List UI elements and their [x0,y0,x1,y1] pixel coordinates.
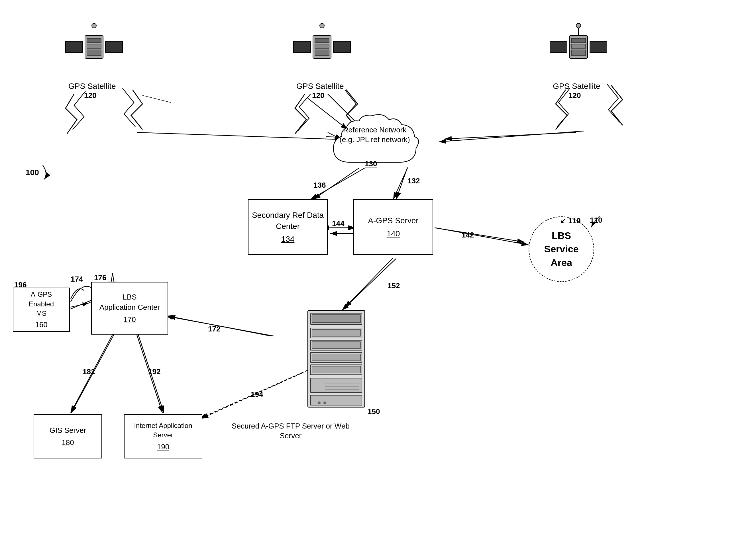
svg-rect-24 [87,38,101,43]
label-182: 182 [83,367,95,376]
label-142: 142 [462,231,474,240]
satellite-center-label: GPS Satellite [296,81,344,91]
svg-point-77 [318,401,321,404]
label-132: 132 [407,177,420,185]
lbs-110: 110 [568,217,580,225]
lbs-app-number: 170 [123,314,136,324]
svg-rect-20 [105,41,123,53]
svg-rect-33 [315,44,329,48]
satellite-left [63,16,125,79]
lbs-110-label: 110 [590,216,602,225]
svg-rect-34 [315,50,329,56]
svg-point-78 [323,401,326,404]
lbs-service-area: LBSServiceArea [529,217,594,282]
ftp-server-label: Secured A-GPS FTP Server or Web Server [222,421,359,441]
svg-rect-19 [66,41,83,53]
ftp-server-rack [302,307,370,411]
satellite-right-number: 120 [568,91,581,100]
svg-rect-27 [294,41,311,53]
diagram-100-label: 100 [26,168,39,177]
ftp-server-number: 150 [368,407,380,416]
svg-point-31 [320,23,324,28]
satellite-left-number: 120 [84,91,96,100]
svg-rect-35 [550,41,567,53]
svg-rect-28 [333,41,351,53]
svg-line-50 [435,228,529,245]
svg-point-39 [576,23,581,28]
label-196: 196 [14,280,27,289]
agps-server-box: A-GPS Server 140 [353,199,433,255]
gis-server-box: GIS Server 180 [34,414,102,458]
satellite-right [547,16,610,79]
label-136: 136 [313,181,326,190]
satellite-center-number: 120 [312,91,324,100]
svg-rect-72 [312,354,360,361]
lbs-service-label: LBSServiceArea [544,229,579,270]
lbs-app-center-box: LBSApplication Center 170 [91,282,168,334]
svg-line-13 [68,303,88,307]
label-194: 194 [251,390,263,399]
agps-ms-number: 160 [35,319,47,330]
internet-app-number: 190 [157,442,169,452]
svg-rect-68 [312,329,360,336]
svg-rect-42 [571,50,586,56]
reference-network-label: Reference Network(e.g. JPL ref network) [332,125,417,145]
reference-network-number: 130 [365,160,377,168]
svg-line-3 [439,131,584,142]
number-174: 174 [71,275,83,283]
svg-rect-36 [590,41,607,53]
svg-line-8 [345,258,393,307]
svg-line-45 [445,132,576,139]
internet-app-server-box: Internet ApplicationServer 190 [124,414,202,458]
label-144: 144 [332,219,344,228]
svg-rect-25 [87,44,101,48]
agps-server-number: 140 [387,228,400,239]
svg-line-14 [88,302,91,303]
secondary-ref-box: Secondary Ref Data Center 134 [248,199,328,255]
svg-line-7 [435,228,524,242]
bt-number-176: 176 [94,274,106,282]
svg-line-43 [137,132,342,140]
svg-rect-66 [312,315,360,322]
svg-line-18 [142,95,171,103]
label-152: 152 [388,281,400,290]
svg-rect-70 [312,342,360,348]
agps-server-label: A-GPS Server [368,215,418,226]
satellite-left-label: GPS Satellite [68,81,116,91]
satellite-right-label: GPS Satellite [553,81,600,91]
svg-rect-41 [571,44,586,48]
secondary-ref-number: 134 [281,234,295,245]
svg-rect-75 [311,378,362,392]
lbs-service-number-arrow: ↙ 110 [560,217,581,225]
svg-rect-32 [315,38,329,43]
svg-rect-74 [312,366,360,373]
label-192: 192 [148,367,160,376]
svg-rect-40 [571,38,586,43]
gis-server-number: 180 [62,437,74,448]
svg-point-23 [92,23,96,28]
svg-rect-26 [87,50,101,56]
ref-network-num: 130 [365,160,377,168]
agps-ms-box: A-GPSEnabledMS 160 [13,287,70,332]
secondary-ref-label: Secondary Ref Data Center [251,210,324,232]
satellite-center [291,16,353,79]
diagram-container: GPS Satellite 120 GPS Satellite 120 GPS … [0,0,756,547]
label-172: 172 [208,324,220,333]
